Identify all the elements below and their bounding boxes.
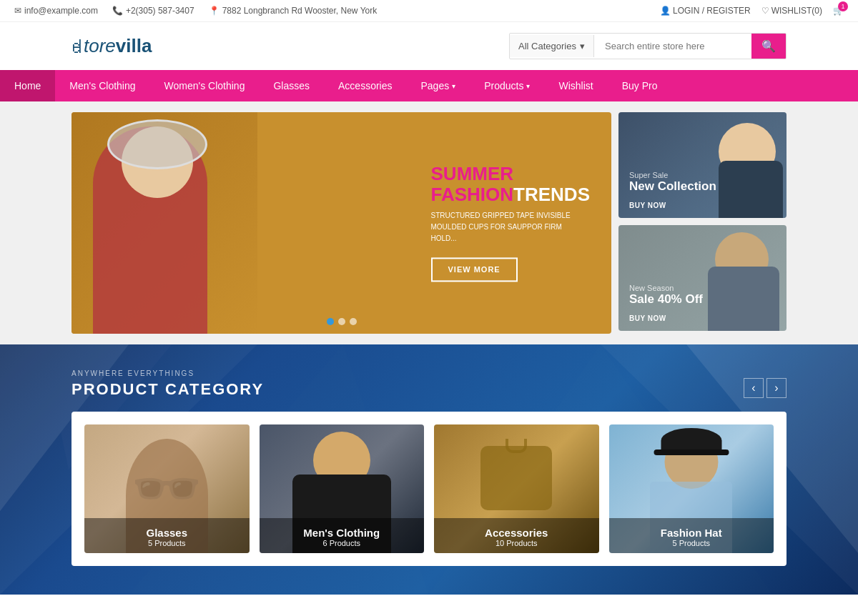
mens-count: 6 Products [265,539,419,547]
cart-icon-wrap[interactable]: 🛒 1 [833,6,844,16]
category-card-fashion-hat[interactable]: Fashion Hat 5 Products [609,424,774,553]
category-card-mens[interactable]: Men's Clothing 6 Products [260,424,425,553]
search-button[interactable]: 🔍 [751,34,786,59]
search-box: All Categories ▾ 🔍 [509,33,786,59]
header: ꟈ tore villa All Categories ▾ 🔍 [0,22,858,70]
hero-banner: SUMMER FASHIONTRENDS STRUCTURED GRIPPED … [72,112,611,334]
accessories-count: 10 Products [440,539,593,547]
pages-dropdown-arrow: ▾ [452,82,455,90]
hero-card-sale: New Season Sale 40% Off BUY NOW [618,225,786,331]
hero-section: SUMMER FASHIONTRENDS STRUCTURED GRIPPED … [0,101,858,344]
user-icon: 👤 [660,6,671,16]
nav-item-buy-pro[interactable]: Buy Pro [608,70,672,101]
accessories-name: Accessories [440,527,593,539]
hero-dots [327,318,357,325]
wishlist-link[interactable]: ♡ WISHLIST(0) [761,6,822,16]
nav-item-wishlist[interactable]: Wishlist [544,70,607,101]
nav-item-pages[interactable]: Pages ▾ [407,70,470,101]
category-title-group: ANYWHERE EVERYTHINGS PRODUCT CATEGORY [72,369,264,399]
card2-sub: New Season [629,284,703,292]
category-section: ANYWHERE EVERYTHINGS PRODUCT CATEGORY ‹ … [0,344,858,595]
headphones [107,119,207,169]
dot-3[interactable] [350,318,357,325]
logo-store-text: tore [84,35,116,57]
accessories-overlay: Accessories 10 Products [434,518,599,553]
fashion-hat-count: 5 Products [615,539,769,547]
hero-view-more-button[interactable]: VIEW MORE [431,258,518,282]
hero-desc: STRUCTURED GRIPPED TAPE INVISIBLE MOULDE… [431,211,574,245]
hero-side-cards: Super Sale New Collection BUY NOW New Se… [618,112,786,334]
card1-sub: Super Sale [629,171,716,179]
glasses-count: 5 Products [90,539,244,547]
accessories-bag [480,446,552,510]
nav-item-products[interactable]: Products ▾ [470,70,544,101]
category-card-glasses[interactable]: 🕶️ Glasses 5 Products [84,424,250,553]
hero-trends-text: TRENDS [513,184,590,205]
glasses-overlay: Glasses 5 Products [84,518,250,553]
nav-item-home[interactable]: Home [0,70,55,101]
category-title: PRODUCT CATEGORY [72,380,264,399]
nav-item-glasses[interactable]: Glasses [259,70,324,101]
email-info: ✉ info@example.com [14,6,98,16]
card2-content: New Season Sale 40% Off BUY NOW [629,284,703,324]
card1-body [719,161,783,218]
heart-icon: ♡ [761,6,769,16]
top-bar: ✉ info@example.com 📞 +2(305) 587-3407 📍 … [0,0,858,22]
card1-title: New Collection [629,179,716,194]
category-nav-buttons: ‹ › [744,378,786,398]
glasses-name: Glasses [90,527,244,539]
products-dropdown-arrow: ▾ [526,82,530,90]
main-nav: Home Men's Clothing Women's Clothing Gla… [0,70,858,101]
category-header: ANYWHERE EVERYTHINGS PRODUCT CATEGORY ‹ … [72,369,786,399]
category-card-accessories[interactable]: Accessories 10 Products [434,424,599,553]
top-bar-right: 👤 LOGIN / REGISTER ♡ WISHLIST(0) 🛒 1 [660,6,844,16]
category-prev-button[interactable]: ‹ [744,378,764,398]
hero-content: SUMMER FASHIONTRENDS STRUCTURED GRIPPED … [431,164,590,282]
category-next-button[interactable]: › [766,378,786,398]
location-icon: 📍 [209,6,220,16]
email-icon: ✉ [14,6,21,16]
nav-item-accessories[interactable]: Accessories [324,70,406,101]
hero-card-new-collection: Super Sale New Collection BUY NOW [618,112,786,218]
address-info: 📍 7882 Longbranch Rd Wooster, New York [209,6,378,16]
mens-overlay: Men's Clothing 6 Products [260,518,425,553]
mens-name: Men's Clothing [265,527,419,539]
login-link[interactable]: 👤 LOGIN / REGISTER [660,6,751,16]
card2-title: Sale 40% Off [629,292,703,307]
dot-1[interactable] [327,318,334,325]
dot-2[interactable] [338,318,345,325]
hero-line1: SUMMER [431,164,590,184]
search-input[interactable] [594,35,751,57]
logo-villa-text: villa [116,35,152,57]
card1-buy-now-link[interactable]: BUY NOW [629,202,666,209]
category-label: ANYWHERE EVERYTHINGS [72,369,264,377]
card1-content: Super Sale New Collection BUY NOW [629,171,716,211]
top-bar-left: ✉ info@example.com 📞 +2(305) 587-3407 📍 … [14,6,377,16]
accessories-bag-handle [506,439,527,453]
card2-buy-now-link[interactable]: BUY NOW [629,314,666,322]
hero-woman-image [72,112,257,334]
phone-info: 📞 +2(305) 587-3407 [112,6,194,16]
nav-item-mens-clothing[interactable]: Men's Clothing [55,70,149,101]
search-category-dropdown[interactable]: All Categories ▾ [510,35,594,57]
fashion-hat-name: Fashion Hat [615,527,769,539]
card2-body [708,267,779,331]
chevron-down-icon: ▾ [580,41,585,51]
phone-icon: 📞 [112,6,123,16]
logo-icon: ꟈ [72,34,82,58]
hero-line2: FASHIONTRENDS [431,184,590,205]
fashion-hat-overlay: Fashion Hat 5 Products [609,518,774,553]
hat-brim [654,449,729,455]
nav-item-womens-clothing[interactable]: Women's Clothing [150,70,260,101]
category-grid: 🕶️ Glasses 5 Products Men's Clothing 6 P… [72,412,786,566]
hero-fashion-text: FASHION [431,184,514,205]
logo[interactable]: ꟈ tore villa [72,34,152,58]
cart-badge: 1 [838,1,848,11]
